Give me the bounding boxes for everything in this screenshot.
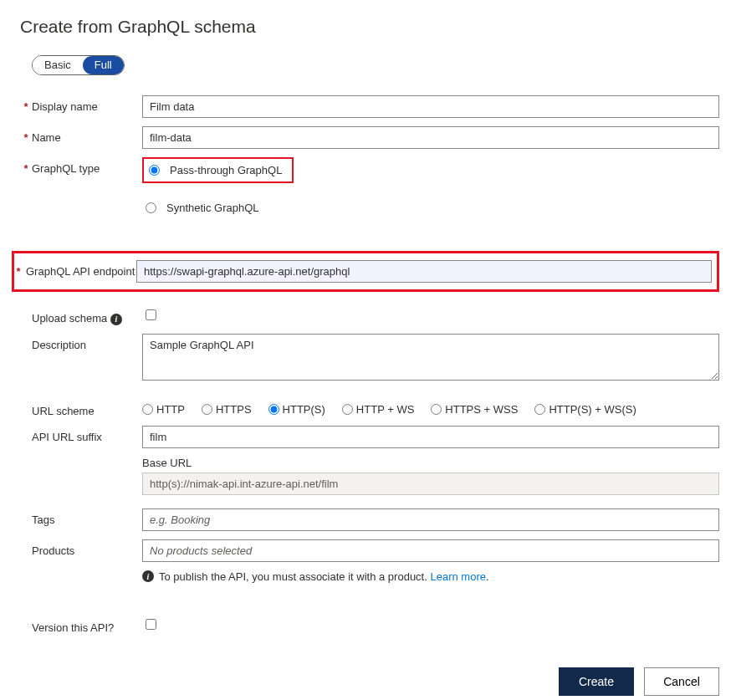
row-products: Products i To publish the API, you must … — [20, 539, 719, 583]
tags-input[interactable] — [142, 508, 719, 531]
radio-http[interactable]: HTTP — [142, 403, 185, 416]
label-api-url-suffix: API URL suffix — [32, 426, 142, 443]
row-graphql-endpoint: * GraphQL API endpoint — [12, 251, 719, 292]
version-api-checkbox[interactable] — [146, 619, 156, 630]
products-input[interactable] — [142, 539, 719, 562]
row-upload-schema: Upload schema i — [20, 307, 719, 325]
info-icon: i — [142, 570, 154, 582]
label-version-api: Version this API? — [32, 616, 142, 634]
radio-http-both[interactable]: HTTP(S) — [268, 403, 325, 416]
label-name: Name — [32, 126, 142, 144]
cancel-button[interactable]: Cancel — [644, 667, 719, 696]
row-api-url-suffix: API URL suffix Base URL — [20, 426, 719, 495]
radio-https-wss[interactable]: HTTPS + WSS — [431, 403, 518, 416]
radio-synthetic[interactable]: Synthetic GraphQL — [142, 198, 719, 217]
upload-schema-checkbox[interactable] — [146, 309, 156, 320]
radio-pass-through[interactable]: Pass-through GraphQL — [146, 161, 287, 180]
products-info: i To publish the API, you must associate… — [142, 570, 719, 583]
radio-http-ws[interactable]: HTTP + WS — [342, 403, 414, 416]
toggle-full[interactable]: Full — [83, 56, 124, 74]
radio-synthetic-label: Synthetic GraphQL — [166, 202, 259, 214]
required-asterisk: * — [20, 95, 32, 113]
description-input[interactable]: Sample GraphQL API — [142, 334, 719, 381]
row-display-name: * Display name — [20, 95, 719, 118]
base-url-display — [142, 473, 719, 495]
row-url-scheme: URL scheme HTTP HTTPS HTTP(S) HTTP + WS … — [20, 400, 719, 417]
footer-buttons: Create Cancel — [20, 667, 719, 696]
required-asterisk: * — [20, 126, 32, 144]
radio-https[interactable]: HTTPS — [202, 403, 252, 416]
label-description: Description — [32, 334, 142, 351]
toggle-basic[interactable]: Basic — [33, 56, 83, 74]
radio-pass-through-label: Pass-through GraphQL — [170, 164, 282, 176]
label-base-url: Base URL — [142, 457, 719, 469]
label-url-scheme: URL scheme — [32, 400, 142, 417]
row-name: * Name — [20, 126, 719, 149]
name-input[interactable] — [142, 126, 719, 149]
view-toggle[interactable]: Basic Full — [32, 55, 125, 75]
label-graphql-type: GraphQL type — [32, 157, 142, 175]
radio-pass-through-input[interactable] — [149, 165, 160, 176]
required-asterisk: * — [14, 260, 23, 278]
radio-synthetic-input[interactable] — [146, 202, 156, 213]
label-products: Products — [32, 539, 142, 557]
label-graphql-endpoint: GraphQL API endpoint — [23, 260, 136, 278]
row-graphql-type: * GraphQL type Pass-through GraphQL Synt… — [20, 157, 719, 217]
required-asterisk: * — [20, 157, 32, 175]
radio-http-both-ws[interactable]: HTTP(S) + WS(S) — [534, 403, 636, 416]
label-upload-schema: Upload schema i — [32, 307, 142, 325]
row-tags: Tags — [20, 508, 719, 531]
page-title: Create from GraphQL schema — [20, 17, 719, 37]
learn-more-link[interactable]: Learn more — [430, 570, 485, 583]
api-url-suffix-input[interactable] — [142, 426, 719, 448]
row-version-api: Version this API? — [20, 616, 719, 634]
label-tags: Tags — [32, 508, 142, 526]
graphql-endpoint-input[interactable] — [136, 260, 712, 283]
display-name-input[interactable] — [142, 95, 719, 118]
publish-info-text: To publish the API, you must associate i… — [159, 570, 427, 583]
label-display-name: Display name — [32, 95, 142, 113]
create-button[interactable]: Create — [559, 667, 634, 696]
info-icon[interactable]: i — [110, 314, 122, 325]
row-description: Description Sample GraphQL API — [20, 334, 719, 383]
